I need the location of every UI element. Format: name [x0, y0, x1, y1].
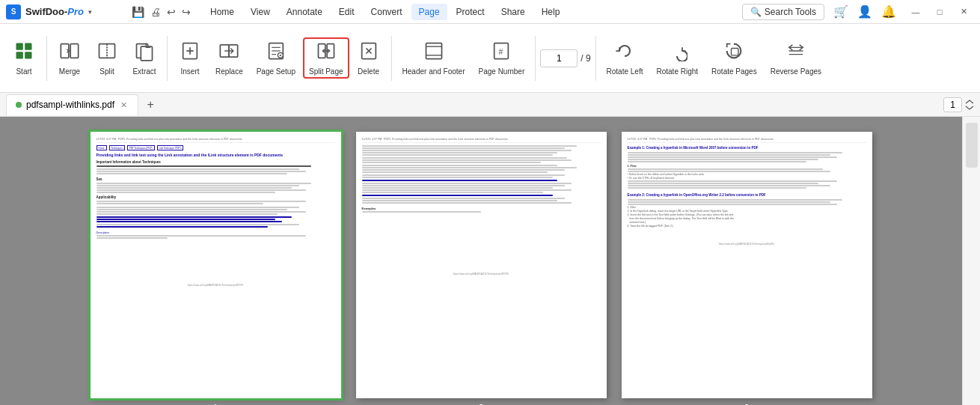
delete-icon — [358, 40, 379, 64]
nav-view[interactable]: View — [243, 4, 278, 20]
sidebar-right — [962, 117, 980, 405]
divider-1 — [46, 36, 47, 81]
main-content: 11/7/22, 4:27 PM PDF5: Providing links a… — [0, 117, 980, 405]
page-navigation: / 9 — [540, 49, 590, 67]
toolbar-insert[interactable]: Insert — [172, 37, 208, 79]
page-setup-label: Page Setup — [257, 67, 295, 76]
svg-rect-1 — [25, 43, 31, 50]
divider-3 — [391, 36, 392, 81]
page-input[interactable] — [540, 49, 578, 67]
redo-icon[interactable]: ↪ — [182, 6, 191, 18]
toolbar-rotate-right[interactable]: Rotate Right — [650, 37, 704, 79]
page-scroll-arrows[interactable] — [965, 96, 974, 114]
toolbar: Start Merge Split — [0, 24, 980, 93]
nav-page[interactable]: Page — [411, 4, 447, 20]
page-indicator-right: 1 — [943, 97, 962, 112]
split-icon — [97, 40, 117, 64]
window-controls: — □ ✕ — [905, 4, 974, 19]
extract-label: Extract — [132, 67, 156, 76]
app-name: SwifDoo-Pro — [25, 6, 84, 17]
maximize-button[interactable]: □ — [929, 4, 950, 19]
minimize-button[interactable]: — — [905, 4, 926, 19]
svg-rect-5 — [70, 44, 79, 58]
divider-2 — [167, 36, 168, 81]
file-controls: 💾 🖨 ↩ ↪ — [132, 6, 191, 18]
nav-help[interactable]: Help — [534, 4, 568, 20]
print-icon[interactable]: 🖨 — [150, 6, 161, 18]
toolbar-delete[interactable]: Delete — [351, 37, 387, 79]
start-label: Start — [16, 67, 31, 76]
svg-rect-28 — [732, 49, 738, 55]
pdf-page-3[interactable]: 11/7/22, 4:27 PM PDF5: Providing links a… — [622, 132, 872, 405]
app-branding: S SwifDoo-Pro ▾ — [6, 4, 126, 19]
pdf-page-1[interactable]: 11/7/22, 4:27 PM PDF5: Providing links a… — [91, 132, 341, 405]
split-page-icon — [316, 40, 337, 64]
toolbar-reverse-pages[interactable]: Reverse Pages — [765, 37, 827, 79]
reverse-pages-icon — [785, 40, 806, 64]
nav-menu: Home View Annotate Edit Convert Page Pro… — [203, 4, 736, 20]
svg-rect-2 — [16, 52, 23, 58]
nav-annotate[interactable]: Annotate — [279, 4, 330, 20]
extract-icon — [134, 40, 155, 64]
nav-protect[interactable]: Protect — [449, 4, 492, 20]
svg-rect-4 — [61, 44, 69, 58]
page-total: / 9 — [581, 53, 590, 64]
rotate-pages-icon — [723, 40, 744, 64]
nav-share[interactable]: Share — [494, 4, 533, 20]
toolbar-split-page[interactable]: Split Page — [303, 37, 349, 79]
cart-icon[interactable]: 🛒 — [833, 4, 848, 19]
page-number-label: Page Number — [479, 67, 525, 76]
close-button[interactable]: ✕ — [953, 4, 974, 19]
nav-edit[interactable]: Edit — [331, 4, 362, 20]
insert-icon — [180, 40, 200, 64]
divider-5 — [595, 36, 596, 81]
header-footer-label: Header and Footer — [402, 67, 465, 76]
tab-label: pdfsampl-withlinks.pdf — [26, 100, 114, 110]
tab-close-icon[interactable]: ✕ — [119, 100, 129, 110]
start-icon — [13, 40, 34, 64]
replace-label: Replace — [215, 67, 243, 76]
scroll-indicator[interactable] — [966, 123, 978, 168]
app-dropdown-icon[interactable]: ▾ — [88, 8, 92, 16]
rotate-left-label: Rotate Left — [607, 67, 643, 76]
page-setup-icon — [266, 40, 287, 64]
pdf-viewer: 11/7/22, 4:27 PM PDF5: Providing links a… — [0, 117, 962, 405]
tab-add-button[interactable]: + — [141, 96, 159, 114]
svg-rect-9 — [141, 46, 152, 61]
toolbar-rotate-left[interactable]: Rotate Left — [601, 37, 649, 79]
save-icon[interactable]: 💾 — [132, 6, 144, 18]
toolbar-extract[interactable]: Extract — [126, 37, 162, 79]
svg-rect-23 — [426, 43, 441, 59]
undo-icon[interactable]: ↩ — [167, 6, 176, 18]
split-label: Split — [99, 67, 114, 76]
bell-icon[interactable]: 🔔 — [881, 4, 896, 19]
toolbar-rotate-pages[interactable]: Rotate Pages — [705, 37, 763, 79]
search-icon: 🔍 — [750, 7, 762, 17]
search-tools-button[interactable]: 🔍 Search Tools — [742, 4, 824, 20]
toolbar-page-number[interactable]: # Page Number — [473, 37, 531, 79]
page-number-icon: # — [491, 40, 512, 64]
rotate-pages-label: Rotate Pages — [711, 67, 757, 76]
toolbar-header-footer[interactable]: Header and Footer — [396, 37, 471, 79]
merge-label: Merge — [59, 67, 80, 76]
toolbar-replace[interactable]: Replace — [209, 37, 249, 79]
svg-rect-0 — [16, 43, 23, 50]
nav-home[interactable]: Home — [203, 4, 242, 20]
rotate-left-icon — [614, 40, 635, 64]
nav-convert[interactable]: Convert — [364, 4, 410, 20]
toolbar-merge[interactable]: Merge — [52, 37, 88, 79]
toolbar-start[interactable]: Start — [6, 37, 42, 79]
svg-text:#: # — [499, 47, 503, 56]
user-icon[interactable]: 👤 — [857, 4, 872, 19]
insert-label: Insert — [180, 67, 199, 76]
document-tab[interactable]: pdfsampl-withlinks.pdf ✕ — [6, 94, 138, 115]
toolbar-split[interactable]: Split — [89, 37, 125, 79]
pdf-page-2[interactable]: 11/7/22, 4:27 PM PDF5: Providing links a… — [356, 132, 607, 405]
divider-4 — [535, 36, 536, 81]
tab-dot — [16, 102, 22, 108]
split-page-label: Split Page — [309, 67, 343, 76]
app-logo: S — [6, 4, 21, 19]
svg-rect-3 — [25, 52, 31, 58]
reverse-pages-label: Reverse Pages — [771, 67, 821, 76]
toolbar-page-setup[interactable]: Page Setup — [251, 37, 301, 79]
